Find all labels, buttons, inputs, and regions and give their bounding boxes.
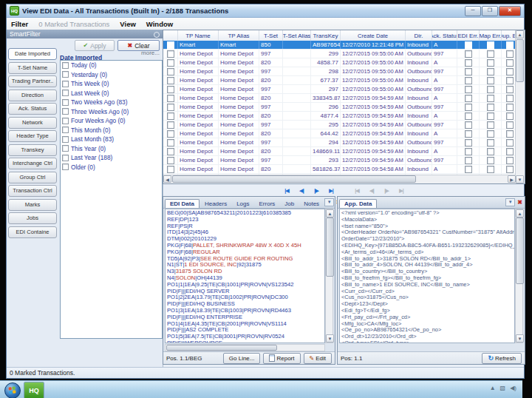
error-checkbox[interactable] [465, 104, 472, 111]
network-icon[interactable]: ▧ [500, 385, 506, 391]
error-checkbox[interactable] [506, 77, 514, 84]
table-row[interactable]: Home DepotHome Depot99729512/27/2015 09:… [163, 121, 516, 129]
restore-button[interactable]: ❐ [482, 6, 498, 16]
app-vertical-scrollbar[interactable]: ▲ ▼ [515, 209, 523, 343]
nav-first-marked-icon[interactable]: |◀ [351, 186, 364, 195]
error-checkbox[interactable] [506, 68, 514, 75]
table-row[interactable]: Home DepotHome Depot99729312/27/2015 09:… [163, 156, 516, 165]
table-row[interactable]: Home DepotHome Depot8204877.412/27/2015 … [163, 112, 516, 121]
nav-next-icon[interactable]: |▶ [310, 186, 323, 195]
checkbox-icon[interactable] [62, 81, 69, 87]
error-checkbox[interactable] [506, 59, 514, 67]
column-header-Create Date[interactable]: Create Date [341, 30, 406, 41]
error-checkbox[interactable] [506, 157, 514, 164]
error-checkbox[interactable] [506, 95, 514, 102]
mark-checkbox[interactable] [167, 166, 174, 173]
column-header-T-Set Alias[interactable]: T-Set Alias [283, 30, 311, 41]
edi-err-cell[interactable] [457, 50, 480, 58]
scrollbar-thumb[interactable] [516, 217, 524, 284]
tab-edi-data[interactable]: EDI Data [165, 199, 200, 208]
table-row[interactable]: Home DepotHome Depot820677.3712/27/2015 … [163, 76, 516, 85]
nav-prev-icon[interactable]: ◀| [296, 186, 308, 195]
checkbox-icon[interactable] [62, 163, 69, 170]
error-checkbox[interactable] [506, 166, 514, 173]
refresh-button[interactable]: ↻ Refresh [482, 353, 522, 364]
edi-err-cell[interactable] [457, 112, 480, 120]
filter-option[interactable]: This Month (0) [61, 126, 162, 135]
error-checkbox[interactable] [506, 41, 514, 49]
error-checkbox[interactable] [506, 112, 514, 120]
error-checkbox[interactable] [465, 112, 472, 120]
dup-err-cell[interactable] [502, 147, 516, 155]
nav-last-icon[interactable]: ▶| [325, 186, 338, 195]
column-header-TP Alias[interactable]: TP Alias [219, 30, 259, 41]
xml-text-view[interactable]: <?xml version="1.0" encoding="utf-8" ?><… [339, 209, 515, 343]
row-mark-cell[interactable] [163, 147, 178, 155]
checkbox-icon[interactable] [62, 90, 69, 96]
edi-err-cell[interactable] [457, 41, 480, 49]
pin-icon[interactable] [154, 32, 160, 38]
error-checkbox[interactable] [465, 95, 472, 102]
edi-err-cell[interactable] [457, 85, 480, 93]
mark-checkbox[interactable] [167, 130, 174, 138]
checkbox-icon[interactable] [62, 108, 69, 115]
dup-err-cell[interactable] [502, 85, 516, 93]
filter-category-network[interactable]: Network [8, 117, 57, 129]
filter-option[interactable]: Three Weeks Ago (0) [61, 107, 162, 117]
row-mark-cell[interactable] [163, 112, 178, 120]
edi-err-cell[interactable] [457, 76, 480, 84]
row-mark-cell[interactable] [163, 85, 178, 93]
error-checkbox[interactable] [506, 148, 514, 155]
edi-text-view[interactable]: BEG|00|SA|AB9876543211|20101223|61038538… [165, 209, 325, 343]
table-row[interactable]: Home DepotHome Depot820581826.3712/27/20… [163, 165, 516, 174]
map-err-cell[interactable] [480, 147, 502, 155]
menu-window[interactable]: Window [146, 20, 173, 28]
map-err-cell[interactable] [480, 58, 502, 67]
map-err-cell[interactable] [480, 103, 502, 111]
edi-err-cell[interactable] [457, 156, 480, 164]
edi-err-cell[interactable] [457, 67, 480, 75]
volume-icon[interactable]: ◀) [510, 385, 516, 391]
mark-checkbox[interactable] [167, 50, 174, 58]
error-checkbox[interactable] [465, 50, 472, 58]
error-checkbox[interactable] [487, 59, 494, 67]
error-checkbox[interactable] [465, 166, 472, 173]
error-checkbox[interactable] [465, 139, 472, 146]
row-mark-cell[interactable] [163, 67, 178, 75]
tab-notes[interactable]: Notes [299, 200, 324, 208]
row-mark-cell[interactable] [163, 121, 178, 129]
filter-option[interactable]: Older (0) [61, 163, 162, 172]
error-checkbox[interactable] [506, 104, 514, 111]
table-row[interactable]: Home DepotHome Depot820338345.8712/27/20… [163, 94, 516, 103]
mark-checkbox[interactable] [167, 139, 174, 146]
taskbar-app-hq[interactable]: HQ [24, 382, 44, 398]
mark-checkbox[interactable] [167, 157, 174, 164]
tray-expand-icon[interactable]: ▲ [490, 385, 496, 391]
mark-checkbox[interactable] [167, 104, 174, 111]
edi-err-cell[interactable] [457, 138, 480, 146]
filter-category-edi-containe[interactable]: EDI Containe [8, 226, 57, 238]
mark-checkbox[interactable] [167, 112, 174, 120]
table-horizontal-scrollbar[interactable]: ◀ ▶ [163, 175, 516, 183]
mark-checkbox[interactable] [167, 77, 174, 84]
row-mark-cell[interactable] [163, 58, 178, 67]
checkbox-icon[interactable] [62, 62, 69, 69]
map-err-cell[interactable] [480, 76, 502, 84]
row-mark-cell[interactable] [163, 41, 178, 49]
scroll-up-icon[interactable]: ▲ [516, 209, 524, 217]
error-checkbox[interactable] [506, 139, 514, 146]
error-checkbox[interactable] [487, 50, 494, 58]
start-button[interactable] [4, 382, 21, 398]
dup-err-cell[interactable] [502, 58, 516, 67]
mark-checkbox[interactable] [167, 41, 174, 49]
edit-button[interactable]: ✎ Edit [304, 353, 332, 364]
checkbox-icon[interactable] [62, 136, 69, 143]
table-row[interactable]: Home DepotHome Depot99729812/27/2015 09:… [163, 67, 516, 76]
map-err-cell[interactable] [480, 138, 502, 146]
filter-category-t-set-name[interactable]: T-Set Name [8, 62, 57, 74]
filter-category-header-type[interactable]: Header Type [8, 130, 57, 142]
edi-err-cell[interactable] [457, 103, 480, 111]
filter-option[interactable]: Last Year (188) [61, 153, 162, 163]
filter-option[interactable]: Two Weeks Ago (83) [61, 98, 162, 107]
error-checkbox[interactable] [487, 148, 494, 155]
